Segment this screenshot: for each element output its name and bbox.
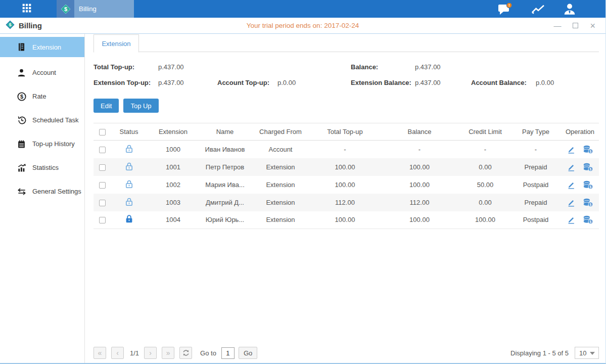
sidebar-item-label: Extension [32,43,61,51]
row-checkbox[interactable] [99,182,106,189]
minimize-icon[interactable]: — [553,22,561,29]
billing-diamond-icon: $ [5,20,15,31]
cell-credit-limit: - [460,141,510,158]
chevron-down-icon [590,352,595,355]
chart-icon[interactable] [531,4,546,15]
message-icon[interactable]: ! [497,3,514,16]
col-header-operation: Operation [561,123,599,141]
cell-charged-from: Extension [250,211,311,229]
edit-extension-icon[interactable] [567,215,576,224]
col-header-charged-from: Charged From [250,123,311,141]
cell-total-topup: 100.00 [311,211,379,229]
sidebar-item-label: Rate [32,93,46,100]
cell-extension: 1002 [147,176,200,194]
top-up-extension-icon[interactable]: $ [583,180,593,190]
unlocked-icon [124,161,134,171]
page-indicator: 1/1 [130,349,139,357]
edit-extension-icon[interactable] [567,180,576,190]
cell-extension: 1001 [147,158,200,176]
prev-page-button[interactable]: ‹ [111,347,124,359]
topbar-actions: ! [497,3,605,16]
sidebar-item-topup-history[interactable]: Top-up History [0,132,84,156]
table-row[interactable]: 1004 Юрий Юрь... Extension 100.00 100.00… [94,211,599,229]
total-topup-value: p.437.00 [158,63,217,71]
grid-icon [22,3,32,15]
extension-icon [16,42,27,52]
edit-extension-icon[interactable] [567,198,576,207]
window-controls: — × [553,21,605,30]
tab-billing-app[interactable]: $ Billing [57,0,134,18]
table-row[interactable]: 1000 Иван Иванов Account - - - - [94,141,599,158]
top-up-extension-icon[interactable]: $ [583,145,593,154]
cell-total-topup: - [311,141,379,158]
cell-charged-from: Account [250,141,311,158]
extension-balance-value: p.437.00 [415,79,471,86]
top-up-extension-icon[interactable]: $ [583,198,593,207]
svg-text:$: $ [590,185,592,189]
general-settings-icon [16,187,27,197]
sidebar-item-general-settings[interactable]: General Settings [0,179,84,203]
col-header-extension: Extension [147,123,200,141]
row-checkbox[interactable] [99,147,106,153]
unlocked-icon [124,179,134,189]
sidebar-item-statistics[interactable]: Statistics [0,156,84,179]
top-up-button[interactable]: Top Up [123,99,158,113]
go-button[interactable]: Go [239,347,257,359]
goto-page-input[interactable] [221,347,235,359]
table-row[interactable]: 1002 Мария Ива... Extension 100.00 100.0… [94,176,599,194]
page-title: Billing [19,21,42,30]
user-icon[interactable] [563,3,576,15]
cell-pay-type: Postpaid [510,211,561,229]
cell-balance: - [379,141,460,158]
page-size-select[interactable]: 10 [575,347,599,359]
first-page-button[interactable]: « [94,347,106,359]
sidebar-item-label: Statistics [32,164,59,171]
top-up-extension-icon[interactable]: $ [583,215,593,224]
refresh-button[interactable] [179,347,192,359]
account-icon [16,68,27,78]
last-page-button[interactable]: » [162,347,174,359]
cell-extension: 1000 [147,141,200,158]
pagination-bar: « ‹ 1/1 › » Go to Go Displaying [94,347,599,359]
tab-extension[interactable]: Extension [94,34,139,53]
sidebar-item-scheduled-task[interactable]: Scheduled Task [0,108,84,132]
top-up-extension-icon[interactable]: $ [583,162,593,172]
cell-extension: 1003 [147,194,200,211]
row-checkbox[interactable] [99,217,106,223]
edit-extension-icon[interactable] [567,145,576,154]
unlocked-icon [124,197,134,207]
billing-logo-icon: $ [57,0,74,18]
cell-pay-type: Postpaid [510,176,561,194]
account-topup-value: p.0.00 [277,79,351,86]
table-row[interactable]: 1003 Дмитрий Д... Extension 112.00 112.0… [94,194,599,211]
row-checkbox[interactable] [99,200,106,206]
sidebar-item-extension[interactable]: Extension [0,37,84,57]
account-balance-value: p.0.00 [536,79,599,86]
main-content: Extension Total Top-up: p.437.00 Balance… [85,34,605,363]
cell-name: Юрий Юрь... [200,211,250,229]
edit-button[interactable]: Edit [94,99,119,113]
balance-label: Balance: [351,63,415,71]
sidebar-item-rate[interactable]: $ Rate [0,84,84,108]
table-row[interactable]: 1001 Петр Петров Extension 100.00 100.00… [94,158,599,176]
cell-credit-limit: 100.00 [460,211,510,229]
svg-text:$: $ [20,94,23,100]
maximize-icon[interactable] [573,23,578,28]
cell-balance: 100.00 [379,211,460,229]
edit-extension-icon[interactable] [567,162,576,172]
sidebar-item-label: General Settings [32,188,81,195]
topup-history-icon [16,139,27,149]
sidebar-item-account[interactable]: Account [0,61,84,84]
row-checkbox[interactable] [99,164,106,171]
billing-app-window: $ Billing ! [0,0,606,364]
extension-balance-label: Extension Balance: [351,79,415,86]
extension-topup-value: p.437.00 [158,79,217,86]
close-icon[interactable]: × [590,21,595,30]
select-all-checkbox[interactable] [99,129,106,135]
scheduled-task-icon [16,115,27,125]
app-launcher-button[interactable] [17,0,36,18]
cell-name: Иван Иванов [200,141,250,158]
sidebar-item-label: Top-up History [32,140,75,148]
balance-value: p.437.00 [415,63,471,71]
next-page-button[interactable]: › [144,347,157,359]
